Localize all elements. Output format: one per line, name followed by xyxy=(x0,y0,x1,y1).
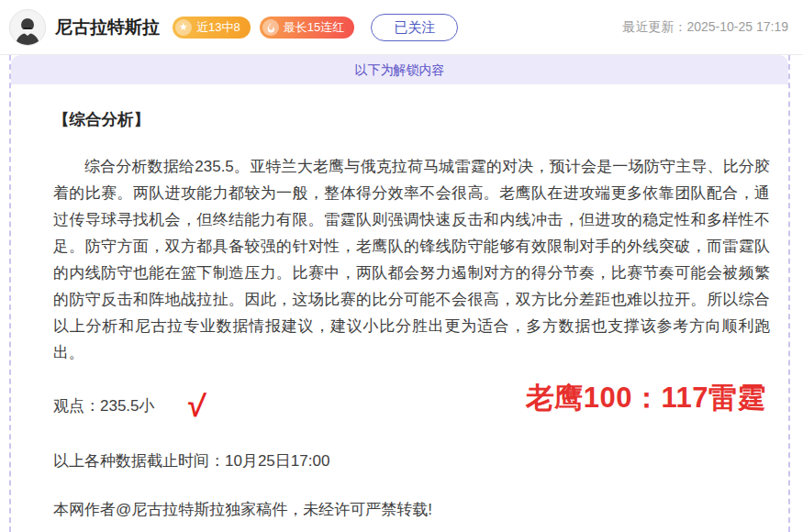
viewpoint-label: 观点： xyxy=(53,395,100,416)
analysis-paragraph: 综合分析数据给235.5。亚特兰大老鹰与俄克拉荷马城雷霆的对决，预计会是一场防守… xyxy=(53,153,770,366)
author-avatar[interactable] xyxy=(9,9,46,46)
viewpoint-row: 观点： 235.5小 √ 老鹰100：117雷霆 xyxy=(53,384,770,427)
last-updated: 最近更新：2025-10-25 17:19 xyxy=(622,19,788,36)
record-badge-label: 近13中8 xyxy=(196,19,240,36)
analysis-article: 【综合分析】 综合分析数据给235.5。亚特兰大老鹰与俄克拉荷马城雷霆的对决，预… xyxy=(11,108,788,532)
unlocked-content-box: 以下为解锁内容 【综合分析】 综合分析数据给235.5。亚特兰大老鹰与俄克拉荷马… xyxy=(9,55,790,532)
portrait-icon xyxy=(12,14,43,45)
streak-badge-label: 最长15连红 xyxy=(284,19,344,36)
author-header: 尼古拉特斯拉 ★ 近13中8 最长15连红 已关注 最近更新：2025-10-2… xyxy=(0,0,803,55)
streak-badge: 最长15连红 xyxy=(260,17,354,39)
copyright-line: 本网作者@尼古拉特斯拉独家稿件，未经许可严禁转载! xyxy=(53,499,770,520)
record-badge: ★ 近13中8 xyxy=(173,17,251,39)
author-name: 尼古拉特斯拉 xyxy=(55,16,160,39)
section-title: 【综合分析】 xyxy=(53,108,770,130)
last-updated-time: 2025-10-25 17:19 xyxy=(686,19,788,34)
star-icon: ★ xyxy=(175,19,192,36)
data-deadline-line: 以上各种数据截止时间：10月25日17:00 xyxy=(53,450,770,471)
flame-icon xyxy=(262,19,279,36)
final-score-result: 老鹰100：117雷霆 xyxy=(526,379,766,417)
viewpoint-value: 235.5小 xyxy=(100,395,155,416)
unlock-banner: 以下为解锁内容 xyxy=(11,55,788,84)
last-updated-label: 最近更新： xyxy=(622,19,686,34)
red-checkmark-icon: √ xyxy=(186,389,206,422)
followed-button[interactable]: 已关注 xyxy=(371,14,458,41)
